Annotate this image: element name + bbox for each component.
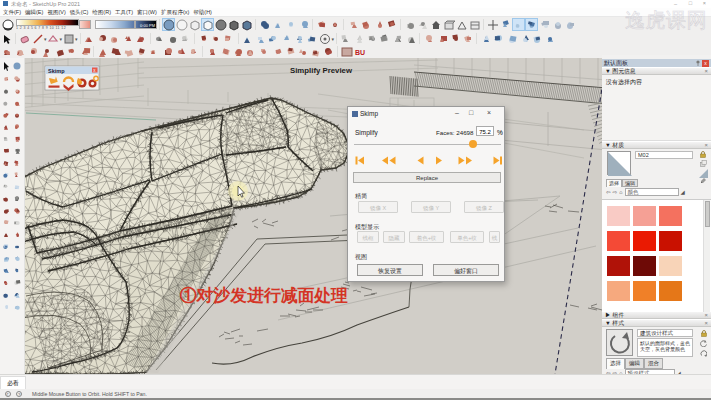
svg-text:Simplify Preview: Simplify Preview bbox=[290, 66, 353, 75]
svg-text:①对沙发进行减面处理: ①对沙发进行减面处理 bbox=[179, 286, 348, 305]
svg-text:Skimp: Skimp bbox=[48, 68, 65, 74]
svg-text:BU: BU bbox=[355, 49, 365, 56]
